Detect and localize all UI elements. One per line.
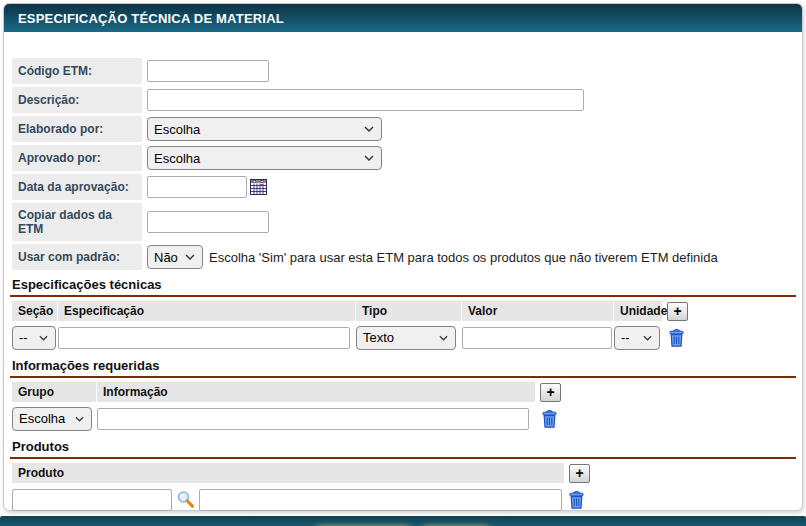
trash-icon[interactable]	[669, 329, 684, 347]
form-row-copiar: Copiar dados da ETM	[12, 203, 796, 241]
calendar-icon[interactable]	[250, 179, 267, 195]
secao-select[interactable]: --	[12, 326, 56, 350]
main-panel: ESPECIFICAÇÃO TÉCNICA DE MATERIAL Código…	[3, 3, 803, 511]
usar-padrao-value: Não	[154, 250, 178, 265]
data-aprovacao-label: Data da aprovação:	[12, 174, 142, 200]
col-valor: Valor	[462, 301, 614, 321]
form-row-data-aprovacao: Data da aprovação:	[12, 174, 796, 200]
search-icon[interactable]	[176, 490, 195, 509]
elaborado-por-label: Elaborado por:	[12, 116, 142, 142]
section-title-informacoes: Informações requeridas	[10, 356, 796, 378]
add-especificacao-button[interactable]: +	[667, 302, 688, 321]
chevron-down-icon	[75, 416, 84, 422]
valor-input[interactable]	[462, 327, 612, 349]
col-grupo: Grupo	[12, 382, 97, 402]
produto-descricao-input[interactable]	[199, 489, 562, 511]
unidade-select[interactable]: --	[614, 326, 660, 350]
titlebar: ESPECIFICAÇÃO TÉCNICA DE MATERIAL	[4, 4, 802, 32]
col-tipo: Tipo	[356, 301, 462, 321]
grupo-select[interactable]: Escolha	[12, 407, 92, 431]
informacao-input[interactable]	[97, 408, 529, 430]
col-informacao: Informação	[97, 382, 535, 402]
usar-padrao-label: Usar com padrão:	[12, 244, 142, 270]
codigo-etm-label: Código ETM:	[12, 58, 142, 84]
page-title: ESPECIFICAÇÃO TÉCNICA DE MATERIAL	[18, 11, 284, 26]
form-row-codigo: Código ETM:	[12, 58, 796, 84]
copiar-dados-label: Copiar dados da ETM	[12, 203, 142, 241]
section-title-especificacoes: Especificações técnicas	[10, 275, 796, 297]
data-aprovacao-input[interactable]	[147, 176, 247, 198]
elaborado-por-value: Escolha	[154, 122, 200, 137]
chevron-down-icon	[364, 155, 374, 161]
usar-padrao-note: Escolha 'Sim' para usar esta ETM para to…	[209, 250, 718, 265]
especificacao-row: -- Texto --	[12, 324, 796, 351]
add-produto-button[interactable]: +	[569, 464, 590, 483]
form-row-aprovado: Aprovado por: Escolha	[12, 145, 796, 171]
chevron-down-icon	[39, 335, 48, 341]
chevron-down-icon	[643, 335, 652, 341]
usar-padrao-select[interactable]: Não	[147, 245, 203, 269]
especificacao-input[interactable]	[58, 327, 350, 349]
elaborado-por-select[interactable]: Escolha	[147, 117, 382, 141]
especificacoes-header-row: Seção Especificação Tipo Valor Unidade +	[12, 301, 796, 321]
aprovado-por-value: Escolha	[154, 151, 200, 166]
trash-icon[interactable]	[542, 410, 557, 428]
chevron-down-icon	[185, 254, 195, 260]
chevron-down-icon	[439, 335, 448, 341]
trash-icon[interactable]	[569, 491, 584, 509]
produtos-header-row: Produto +	[12, 463, 796, 483]
form-content: Código ETM: Descrição: Elaborado por: Es…	[4, 32, 802, 526]
descricao-input[interactable]	[147, 89, 584, 111]
informacao-row: Escolha	[12, 405, 796, 432]
col-secao: Seção	[12, 301, 58, 321]
informacoes-header-row: Grupo Informação +	[12, 382, 796, 402]
add-informacao-button[interactable]: +	[540, 383, 561, 402]
form-row-elaborado: Elaborado por: Escolha	[12, 116, 796, 142]
copiar-dados-input[interactable]	[147, 211, 269, 233]
aprovado-por-select[interactable]: Escolha	[147, 146, 382, 170]
col-unidade: Unidade	[614, 301, 662, 321]
produto-codigo-input[interactable]	[12, 489, 172, 511]
col-especificacao: Especificação	[58, 301, 356, 321]
tipo-select[interactable]: Texto	[356, 326, 456, 350]
section-title-produtos: Produtos	[10, 437, 796, 459]
descricao-label: Descrição:	[12, 87, 142, 113]
chevron-down-icon	[364, 126, 374, 132]
produto-row	[12, 486, 796, 513]
aprovado-por-label: Aprovado por:	[12, 145, 142, 171]
col-produto: Produto	[12, 463, 564, 483]
form-row-padrao: Usar com padrão: Não Escolha 'Sim' para …	[12, 244, 796, 270]
form-row-descricao: Descrição:	[12, 87, 796, 113]
codigo-etm-input[interactable]	[147, 60, 269, 82]
